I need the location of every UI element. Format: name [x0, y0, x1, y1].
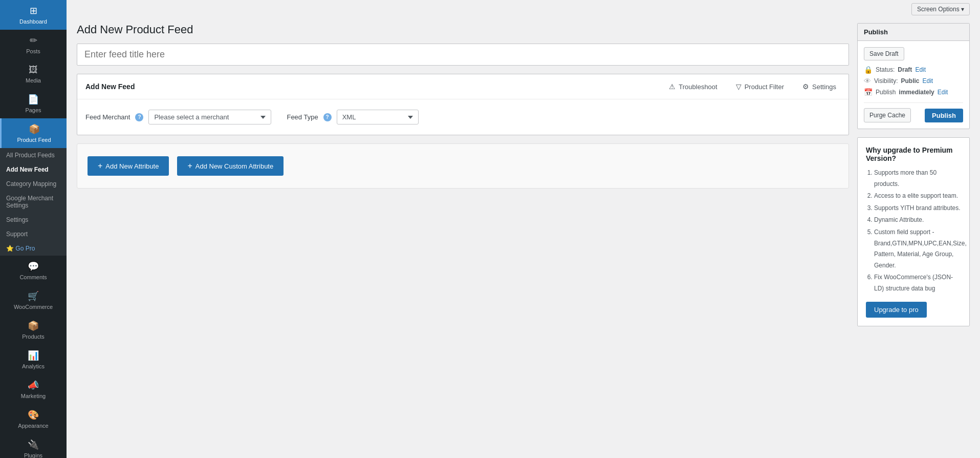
- product-filter-icon: ▽: [736, 82, 742, 91]
- sidebar-submenu-product-feed: All Product Feeds Add New Feed Category …: [0, 148, 67, 256]
- settings-icon: ⚙: [802, 82, 809, 91]
- sidebar-item-label: Pages: [25, 107, 41, 113]
- upgrade-list: Supports more than 50 products. Access t…: [866, 168, 961, 295]
- feed-header-actions: ⚠ Troubleshoot ▽ Product Filter ⚙ Settin…: [665, 80, 840, 93]
- right-panel: Publish Save Draft 🔒 Status: Draft Edit …: [857, 23, 970, 458]
- sidebar-item-label: WooCommerce: [14, 304, 53, 310]
- products-icon: 📦: [28, 320, 39, 331]
- publish-visibility-row: 👁 Visibility: Public Edit: [864, 77, 963, 85]
- sidebar-item-label: Comments: [19, 274, 47, 280]
- product-feed-icon: 📦: [29, 123, 40, 135]
- content-area: Add New Product Feed Add New Feed ⚠ Trou…: [67, 15, 980, 458]
- sidebar-item-comments[interactable]: 💬 Comments: [0, 256, 67, 285]
- sidebar-item-analytics[interactable]: 📊 Analytics: [0, 345, 67, 374]
- plugins-icon: 🔌: [28, 439, 39, 450]
- visibility-label: Visibility:: [874, 77, 898, 85]
- feed-merchant-group: Feed Merchant ? Please select a merchant: [85, 110, 271, 124]
- add-attr-label: Add New Attribute: [105, 162, 159, 170]
- main-panel: Add New Product Feed Add New Feed ⚠ Trou…: [77, 23, 849, 458]
- sidebar-item-product-feed[interactable]: 📦 Product Feed: [0, 118, 67, 148]
- sidebar-item-label: Product Feed: [17, 137, 51, 143]
- upgrade-item-5: Custom field support - Brand,GTIN,MPN,UP…: [874, 227, 961, 271]
- sidebar-item-label: Products: [22, 334, 44, 340]
- product-filter-label: Product Filter: [745, 83, 784, 91]
- feed-box-title: Add New Feed: [85, 82, 135, 91]
- topbar: Screen Options ▾: [67, 0, 980, 15]
- status-value: Draft: [898, 66, 912, 73]
- add-custom-attribute-button[interactable]: + Add New Custom Attribute: [177, 156, 284, 176]
- purge-cache-button[interactable]: Purge Cache: [864, 108, 911, 122]
- feed-box: Add New Feed ⚠ Troubleshoot ▽ Product Fi…: [77, 74, 849, 135]
- status-edit-link[interactable]: Edit: [915, 66, 926, 73]
- troubleshoot-label: Troubleshoot: [679, 83, 717, 91]
- submenu-all-feeds[interactable]: All Product Feeds: [0, 148, 67, 162]
- sidebar-item-media[interactable]: 🖼 Media: [0, 59, 67, 89]
- settings-label: Settings: [812, 83, 836, 91]
- sidebar-item-plugins[interactable]: 🔌 Plugins: [0, 434, 67, 458]
- add-custom-plus-icon: +: [187, 161, 192, 171]
- marketing-icon: 📣: [28, 380, 39, 391]
- screen-options-button[interactable]: Screen Options ▾: [911, 3, 970, 15]
- sidebar-item-label: Marketing: [21, 393, 46, 399]
- add-attr-plus-icon: +: [98, 161, 102, 171]
- add-new-attribute-button[interactable]: + Add New Attribute: [88, 156, 169, 176]
- sidebar-item-label: Plugins: [24, 452, 42, 458]
- comments-icon: 💬: [28, 261, 39, 272]
- upgrade-item-6: Fix WooCommerce's (JSON-LD) structure da…: [874, 272, 961, 294]
- submenu-go-pro[interactable]: ⭐ Go Pro: [0, 241, 67, 256]
- feed-title-input[interactable]: [77, 44, 849, 66]
- publish-button[interactable]: Publish: [925, 109, 963, 122]
- posts-icon: ✏: [30, 35, 37, 46]
- visibility-icon: 👁: [864, 77, 871, 85]
- feed-merchant-select[interactable]: Please select a merchant: [148, 110, 271, 124]
- publish-box-header: Publish: [858, 24, 969, 41]
- analytics-icon: 📊: [28, 350, 39, 361]
- troubleshoot-button[interactable]: ⚠ Troubleshoot: [665, 80, 721, 93]
- publish-time: immediately: [899, 89, 934, 96]
- feed-merchant-row: Feed Merchant ? Please select a merchant…: [85, 110, 840, 124]
- settings-button[interactable]: ⚙ Settings: [798, 80, 840, 93]
- feed-box-body: Feed Merchant ? Please select a merchant…: [77, 99, 848, 135]
- status-icon: 🔒: [864, 66, 873, 74]
- sidebar-item-appearance[interactable]: 🎨 Appearance: [0, 404, 67, 434]
- sidebar-item-products[interactable]: 📦 Products: [0, 315, 67, 345]
- visibility-value: Public: [901, 77, 919, 85]
- submenu-settings[interactable]: Settings: [0, 213, 67, 227]
- sidebar-item-dashboard[interactable]: ⊞ Dashboard: [0, 0, 67, 30]
- save-draft-button[interactable]: Save Draft: [864, 47, 904, 60]
- page-title: Add New Product Feed: [77, 23, 849, 36]
- submenu-add-new-feed[interactable]: Add New Feed: [0, 162, 67, 177]
- sidebar-item-woocommerce[interactable]: 🛒 WooCommerce: [0, 285, 67, 315]
- submenu-google-merchant[interactable]: Google Merchant Settings: [0, 191, 67, 213]
- sidebar-item-pages[interactable]: 📄 Pages: [0, 89, 67, 118]
- publish-actions-row: Purge Cache Publish: [864, 102, 963, 122]
- submenu-support[interactable]: Support: [0, 227, 67, 241]
- sidebar-item-label: Appearance: [18, 423, 48, 429]
- dashboard-icon: ⊞: [30, 5, 37, 16]
- feed-merchant-help-icon[interactable]: ?: [135, 113, 143, 121]
- upgrade-item-4: Dynamic Attribute.: [874, 215, 961, 226]
- product-filter-button[interactable]: ▽ Product Filter: [732, 80, 788, 93]
- woocommerce-icon: 🛒: [28, 290, 39, 302]
- pages-icon: 📄: [28, 94, 39, 105]
- publish-label: Publish: [876, 89, 896, 96]
- upgrade-item-3: Supports YITH brand attributes.: [874, 203, 961, 214]
- sidebar-item-marketing[interactable]: 📣 Marketing: [0, 374, 67, 404]
- feed-type-select[interactable]: XML CSV TSV XLS: [337, 110, 419, 124]
- media-icon: 🖼: [29, 65, 38, 75]
- publish-time-edit-link[interactable]: Edit: [938, 89, 948, 96]
- publish-status-row: 🔒 Status: Draft Edit: [864, 66, 963, 74]
- sidebar-item-label: Posts: [26, 48, 40, 54]
- publish-time-row: 📅 Publish immediately Edit: [864, 88, 963, 96]
- visibility-edit-link[interactable]: Edit: [922, 77, 933, 85]
- publish-box: Publish Save Draft 🔒 Status: Draft Edit …: [857, 23, 970, 129]
- submenu-category-mapping[interactable]: Category Mapping: [0, 177, 67, 191]
- feed-type-group: Feed Type ? XML CSV TSV XLS: [287, 110, 418, 124]
- feed-type-help-icon[interactable]: ?: [323, 113, 332, 121]
- status-label: Status:: [876, 66, 895, 73]
- upgrade-title: Why upgrade to Premium Version?: [866, 146, 961, 162]
- sidebar-item-posts[interactable]: ✏ Posts: [0, 30, 67, 59]
- publish-box-body: Save Draft 🔒 Status: Draft Edit 👁 Visibi…: [858, 41, 969, 129]
- calendar-icon: 📅: [864, 88, 873, 96]
- upgrade-to-pro-button[interactable]: Upgrade to pro: [866, 302, 927, 318]
